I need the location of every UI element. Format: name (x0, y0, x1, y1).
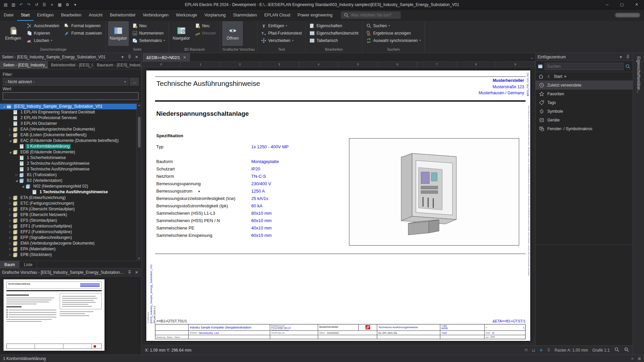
spec-value[interactable]: 230/400 V (251, 181, 271, 186)
tree-item[interactable]: ▷EFP (Signalbeschreibungen) (0, 235, 137, 241)
pin-icon[interactable] (127, 54, 132, 60)
scroll-thumb[interactable] (138, 117, 141, 148)
offnen-button[interactable]: Öffnen (222, 21, 243, 46)
wert-input[interactable] (3, 92, 139, 100)
drawing-page[interactable]: Technische Ausführungshinweise Musterher… (146, 70, 530, 341)
spec-value[interactable]: 60 kA (251, 203, 262, 208)
spec-label[interactable]: Schutzart (156, 166, 251, 171)
spec-value[interactable]: 40x10 mm (251, 225, 272, 230)
spec-value[interactable]: 25 kA/1s (251, 196, 268, 201)
ribbon-tab-einfugen[interactable]: Einfügen (34, 9, 57, 21)
expander-icon[interactable]: ▷ (14, 173, 19, 176)
target-icon[interactable]: ⌖ (48, 1, 56, 8)
insert-center-search-input[interactable] (545, 63, 624, 70)
format-zuweisen-button[interactable]: Format zuweisen (63, 30, 103, 37)
format-kopieren-button[interactable]: Format kopieren (63, 22, 103, 29)
tree-item[interactable]: 3 Technische Ausführungshinweise (0, 166, 137, 172)
expander-icon[interactable]: ▷ (8, 213, 13, 216)
messen-button[interactable]: Messen (194, 30, 217, 37)
maximize-button[interactable]: ▢ (614, 0, 629, 9)
pan-crosshair-icon[interactable]: ✛ (540, 348, 543, 353)
tree-item[interactable]: ▷B1 (Trafostation) (0, 172, 137, 178)
grid-toggle-icon[interactable]: ⌗ (631, 356, 634, 361)
scroll-up-icon[interactable]: ▲ (138, 103, 141, 107)
tree-item[interactable]: ▷ETA (Entwurfszeichnung) (0, 195, 137, 201)
expander-icon[interactable]: ◢ (8, 139, 13, 142)
navigator-tab-betriebsmittel-ees-i[interactable]: Betriebsmittel - [EES]_I... (48, 61, 94, 69)
tree-item[interactable]: ▷ETC (Fertigungszeichnungen) (0, 201, 137, 206)
tree-item[interactable]: ◢EAC (Erläuternde Dokumente (Dokumente b… (0, 138, 137, 144)
eigenschaften-button[interactable]: Eigenschaften (308, 22, 360, 29)
expander-icon[interactable]: ◢ (20, 185, 26, 188)
insert-center-item-tags[interactable]: Tags (536, 98, 633, 107)
spec-value[interactable]: IP20 (251, 166, 260, 171)
tree-item[interactable]: ▷EAA (Verwaltungstechnische Dokumente) (0, 126, 137, 132)
graphic-scale[interactable]: Grafik 1:1 (592, 348, 610, 353)
expander-icon[interactable]: ▷ (8, 253, 13, 256)
spec-value[interactable]: 60x10 mm (251, 218, 272, 223)
spec-label[interactable]: Sammelschienen (HSS) PEN / N (156, 218, 251, 223)
ribbon-tab-betriebsmittel[interactable]: Betriebsmittel (106, 9, 139, 21)
redo-icon[interactable]: ↷ (25, 1, 33, 8)
new-page-icon[interactable]: ▤ (2, 1, 9, 8)
tree-item[interactable]: ▷EAB (Listen (Dokumente betreffend)) (0, 132, 137, 138)
tree-item[interactable]: ▷EFF1 (Funktionsschaltpläne) (0, 223, 137, 229)
object-snap-icon[interactable]: ⊔ (532, 348, 535, 353)
loschen-button[interactable]: Löschen▾ (26, 37, 60, 44)
tree-item[interactable]: 1 Technische Ausführungshinweise (0, 189, 137, 195)
ribbon-tab-verbindungen[interactable]: Verbindungen (139, 9, 172, 21)
tabellarisch-button[interactable]: Tabellarisch (308, 37, 360, 44)
expander-icon[interactable]: ▷ (8, 242, 13, 245)
navigator-tab-bauraum-ees-indust[interactable]: Bauraum - [EES]_Indust... (94, 61, 141, 69)
spec-heading[interactable]: Spezifikation (156, 133, 183, 138)
pin-icon[interactable] (625, 54, 631, 60)
ribbon-tab-power-engineering[interactable]: Power engineering (294, 9, 336, 21)
back-icon[interactable] (546, 74, 551, 79)
tree-item[interactable]: ◢EDB (Erläuternde Dokumente) (0, 149, 137, 155)
tree-item[interactable]: ▷EFF2 (Funktionsschaltpläne) (0, 229, 137, 235)
ribbon-tab-eplan-cloud[interactable]: EPLAN Cloud (260, 9, 294, 21)
tree-scrollbar[interactable]: ▲ ▼ (137, 103, 141, 261)
cross-reference-left[interactable]: ==B1+ÜTST.T01/1 (156, 319, 187, 323)
expander-icon[interactable]: ▷ (8, 248, 13, 251)
tell-me-input[interactable] (351, 13, 398, 17)
spec-value[interactable]: 60x10 mm (251, 233, 272, 238)
tree-item[interactable]: 2 Technische Ausführungshinweise (0, 161, 137, 166)
close-icon[interactable]: ✕ (134, 270, 139, 275)
spec-label[interactable]: Bemessungsstoßstromfestigkeit (Ipk) (156, 203, 251, 208)
insert-center-item-symbole[interactable]: Symbole (536, 107, 633, 116)
tree-item[interactable]: ▷EPB (Stücklisten) (0, 252, 137, 258)
insert-center-item-gerate[interactable]: Geräte (536, 116, 633, 124)
verschieben-button[interactable]: Verschieben▾ (260, 37, 303, 44)
spec-value[interactable]: 1250 A (251, 189, 265, 194)
page-title[interactable]: Technische Ausführungshinweise (156, 80, 260, 88)
expander-icon[interactable]: ▷ (8, 128, 13, 131)
spec-value[interactable]: 80x10 mm (251, 211, 272, 216)
cabinet-image-frame[interactable] (349, 138, 519, 246)
tree-item[interactable]: ◢N02 (Niederspannungsfeld 02) (0, 184, 137, 189)
ribbon-tab-werkzeuge[interactable]: Werkzeuge (172, 9, 201, 21)
tab-list-dropdown-icon[interactable]: ⌄ (529, 55, 535, 60)
customize-qat-icon[interactable]: ▾ (71, 1, 79, 8)
tell-me-search[interactable] (341, 11, 401, 19)
user-name-redacted[interactable] (615, 13, 640, 17)
company-address[interactable]: Musterhersteller Musterstraße 123 Muster… (479, 77, 524, 96)
pfad-funktionstext-button[interactable]: TPfad-Funktionstext (260, 30, 303, 37)
tree-item[interactable]: 1 Sicherheitshinweise (0, 155, 137, 161)
search-icon[interactable] (625, 64, 631, 69)
zoom-window-icon[interactable] (624, 347, 629, 353)
expander-icon[interactable]: ▷ (8, 202, 13, 205)
document-tab[interactable]: &EDB==B2+N02/1 ✕ (143, 53, 190, 61)
kopieren-button[interactable]: Kopieren (26, 30, 60, 37)
einfugen-button[interactable]: TEinfügen▾ (260, 22, 303, 29)
tree-item[interactable]: ▷EFS (Stromlaufplan) (0, 218, 137, 223)
tree-item[interactable]: ▷EMA (Verbindungsbezogene Dokumente) (0, 241, 137, 246)
ausschneiden-button[interactable]: Ausschneiden (26, 22, 60, 29)
auswahl-synchronisieren-button[interactable]: Auswahl synchronisieren▾ (365, 37, 422, 44)
filter-more-button[interactable]: … (130, 78, 139, 86)
menu-icon[interactable]: ≣ (638, 356, 641, 361)
tree-item[interactable]: ▷EPA (Materiallisten) (0, 246, 137, 252)
insert-center-item-zuletzt-verwendete[interactable]: Zuletzt verwendete (536, 81, 633, 90)
expander-icon[interactable]: ◢ (14, 179, 19, 182)
properties-collapsed-tab[interactable]: Eigenschaftenüber... (636, 53, 641, 355)
